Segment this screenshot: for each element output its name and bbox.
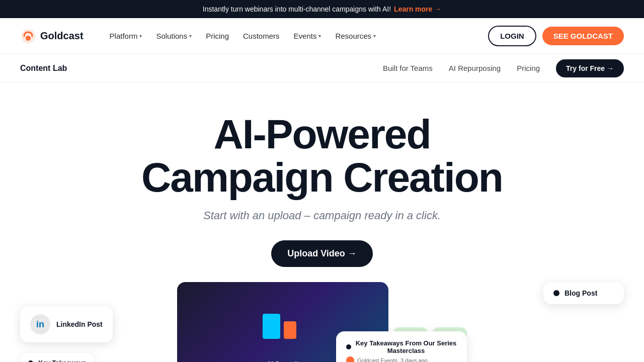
- video-logo-shape: [263, 311, 303, 343]
- chevron-down-icon: ▾: [373, 33, 376, 39]
- sub-nav: Content Lab Built for Teams AI Repurposi…: [0, 54, 644, 82]
- linkedin-label: LinkedIn Post: [56, 320, 103, 328]
- hero-title: AI-Powered Campaign Creation: [20, 113, 624, 199]
- main-nav: Goldcast Platform ▾ Solutions ▾ Pricing …: [0, 18, 644, 54]
- panel-header: Key Takeaways From Our Series Masterclas…: [346, 339, 457, 354]
- announcement-text: Instantly turn webinars into multi-chann…: [203, 5, 391, 13]
- content-lab-brand: Content Lab: [20, 64, 67, 73]
- chevron-down-icon: ▾: [139, 33, 142, 39]
- svg-rect-2: [263, 314, 280, 339]
- nav-item-platform[interactable]: Platform ▾: [104, 28, 148, 44]
- sub-nav-ai-repurposing[interactable]: AI Repurposing: [449, 64, 501, 72]
- login-button[interactable]: LOGIN: [488, 26, 536, 46]
- nav-item-pricing[interactable]: Pricing: [200, 28, 235, 44]
- time-ago: 3 days ago: [400, 357, 428, 362]
- nav-links: Platform ▾ Solutions ▾ Pricing Customers…: [104, 28, 489, 44]
- logo-icon: [20, 28, 36, 44]
- sub-nav-links: Built for Teams AI Repurposing Pricing T…: [383, 59, 624, 77]
- upload-video-button[interactable]: Upload Video →: [271, 240, 373, 267]
- blog-dot: [553, 290, 559, 296]
- try-for-free-button[interactable]: Try for Free →: [556, 59, 624, 77]
- chevron-down-icon: ▾: [318, 33, 321, 39]
- right-panel-takeaways: Key Takeaways From Our Series Masterclas…: [336, 331, 467, 362]
- linkedin-icon: in: [30, 314, 50, 334]
- nav-item-resources[interactable]: Resources ▾: [329, 28, 382, 44]
- logo[interactable]: Goldcast: [20, 28, 84, 44]
- nav-item-solutions[interactable]: Solutions ▾: [150, 28, 198, 44]
- sub-nav-pricing[interactable]: Pricing: [517, 64, 540, 72]
- video-title-overlay: AI Summit: [267, 360, 299, 362]
- hero-section: AI-Powered Campaign Creation Start with …: [0, 82, 644, 362]
- panel-title: Key Takeaways From Our Series Masterclas…: [355, 339, 457, 354]
- preview-area: in LinkedIn Post Key Takeaways Blog Post: [20, 282, 624, 362]
- goldcast-source-icon: [346, 356, 354, 362]
- announcement-bar: Instantly turn webinars into multi-chann…: [0, 0, 644, 18]
- linkedin-card: in LinkedIn Post: [20, 306, 113, 342]
- panel-dot: [346, 344, 351, 349]
- goldcast-source-name: Goldcast Events: [357, 357, 397, 362]
- blog-label: Blog Post: [565, 289, 597, 297]
- chevron-down-icon: ▾: [189, 33, 192, 39]
- takeaways-label: Key Takeaways: [38, 359, 86, 362]
- key-takeaways-card: Key Takeaways: [20, 353, 94, 362]
- video-thumbnails: AI Summit CLASS 4 ▶ CLASS 4 ▶: [177, 282, 467, 362]
- blog-post-card: Blog Post: [543, 282, 624, 304]
- sub-nav-built-for-teams[interactable]: Built for Teams: [383, 64, 433, 72]
- announcement-link[interactable]: Learn more →: [394, 5, 441, 13]
- nav-item-events[interactable]: Events ▾: [288, 28, 328, 44]
- panel-meta: Goldcast Events 3 days ago: [346, 356, 457, 362]
- see-goldcast-button[interactable]: SEE GOLDCAST: [542, 27, 624, 45]
- nav-actions: LOGIN SEE GOLDCAST: [488, 26, 624, 46]
- svg-point-1: [26, 36, 31, 41]
- hero-subtitle: Start with an upload – campaign ready in…: [20, 209, 624, 222]
- nav-item-customers[interactable]: Customers: [237, 28, 286, 44]
- svg-rect-3: [284, 321, 296, 339]
- logo-text: Goldcast: [40, 30, 84, 42]
